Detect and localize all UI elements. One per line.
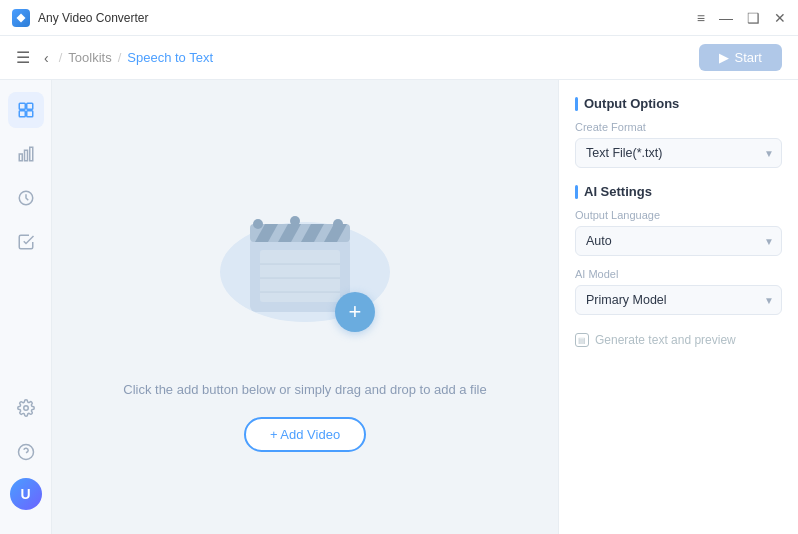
add-circle-button[interactable]: +: [335, 292, 375, 332]
sidebar-item-help[interactable]: [8, 434, 44, 470]
create-format-field: Create Format Text File(*.txt) SRT File(…: [575, 121, 782, 168]
ai-model-wrapper: Primary Model Secondary Model ▼: [575, 285, 782, 315]
svg-rect-2: [26, 103, 32, 109]
svg-rect-3: [19, 111, 25, 117]
svg-rect-4: [26, 111, 32, 117]
breadcrumb-toolkits[interactable]: Toolkits: [68, 50, 111, 65]
back-button[interactable]: ‹: [44, 50, 49, 66]
app-icon: [12, 9, 30, 27]
create-format-wrapper: Text File(*.txt) SRT File(*.srt) VTT Fil…: [575, 138, 782, 168]
svg-rect-18: [260, 250, 340, 302]
output-language-wrapper: Auto English Chinese Japanese French Spa…: [575, 226, 782, 256]
drop-zone[interactable]: + Click the add button below or simply d…: [123, 162, 487, 452]
sidebar-item-settings[interactable]: [8, 390, 44, 426]
ai-settings-header: AI Settings: [575, 184, 782, 199]
minimize-icon[interactable]: —: [719, 11, 733, 25]
plus-icon: +: [349, 299, 362, 325]
title-bar-controls[interactable]: ≡ — ❑ ✕: [697, 11, 786, 25]
clapboard-container: +: [205, 162, 405, 362]
title-bar-left: Any Video Converter: [12, 9, 149, 27]
sidebar-bottom: U: [8, 390, 44, 522]
svg-rect-6: [24, 150, 27, 161]
breadcrumb-sep-1: /: [59, 50, 63, 65]
svg-point-23: [290, 216, 300, 226]
section-accent-output: [575, 97, 578, 111]
breadcrumb: / Toolkits / Speech to Text: [59, 50, 213, 65]
sidebar-item-history[interactable]: [8, 180, 44, 216]
hamburger-menu[interactable]: ☰: [16, 48, 30, 67]
avatar[interactable]: U: [10, 478, 42, 510]
close-icon[interactable]: ✕: [774, 11, 786, 25]
generate-button[interactable]: ▤ Generate text and preview: [575, 327, 736, 353]
breadcrumb-sep-2: /: [118, 50, 122, 65]
content-area: + Click the add button below or simply d…: [52, 80, 558, 534]
ai-model-field: AI Model Primary Model Secondary Model ▼: [575, 268, 782, 315]
sidebar-item-home[interactable]: [8, 92, 44, 128]
menu-icon[interactable]: ≡: [697, 11, 705, 25]
sidebar-item-chart[interactable]: [8, 136, 44, 172]
app-title: Any Video Converter: [38, 11, 149, 25]
ai-settings-section: AI Settings Output Language Auto English…: [575, 184, 782, 353]
start-button[interactable]: ▶ Start: [699, 44, 782, 71]
output-options-section: Output Options Create Format Text File(*…: [575, 96, 782, 168]
output-language-field: Output Language Auto English Chinese Jap…: [575, 209, 782, 256]
start-label: Start: [735, 50, 762, 65]
section-accent-ai: [575, 185, 578, 199]
svg-rect-1: [19, 103, 25, 109]
main-layout: U: [0, 80, 798, 534]
toolbar: ☰ ‹ / Toolkits / Speech to Text ▶ Start: [0, 36, 798, 80]
add-video-button[interactable]: + Add Video: [244, 417, 366, 452]
svg-marker-0: [17, 13, 26, 22]
sidebar: U: [0, 80, 52, 534]
sidebar-item-tasks[interactable]: [8, 224, 44, 260]
svg-point-9: [23, 406, 28, 411]
title-bar: Any Video Converter ≡ — ❑ ✕: [0, 0, 798, 36]
svg-point-22: [253, 219, 263, 229]
svg-rect-5: [19, 154, 22, 161]
output-language-select[interactable]: Auto English Chinese Japanese French Spa…: [575, 226, 782, 256]
start-icon: ▶: [719, 50, 729, 65]
right-panel: Output Options Create Format Text File(*…: [558, 80, 798, 534]
ai-model-select[interactable]: Primary Model Secondary Model: [575, 285, 782, 315]
breadcrumb-current: Speech to Text: [127, 50, 213, 65]
avatar-initial: U: [20, 486, 30, 502]
generate-label: Generate text and preview: [595, 333, 736, 347]
output-options-title: Output Options: [584, 96, 679, 111]
output-options-header: Output Options: [575, 96, 782, 111]
svg-rect-7: [29, 147, 32, 161]
svg-point-24: [333, 219, 343, 229]
create-format-label: Create Format: [575, 121, 782, 133]
drop-hint: Click the add button below or simply dra…: [123, 382, 487, 397]
ai-model-label: AI Model: [575, 268, 782, 280]
create-format-select[interactable]: Text File(*.txt) SRT File(*.srt) VTT Fil…: [575, 138, 782, 168]
output-language-label: Output Language: [575, 209, 782, 221]
generate-icon: ▤: [575, 333, 589, 347]
ai-settings-title: AI Settings: [584, 184, 652, 199]
maximize-icon[interactable]: ❑: [747, 11, 760, 25]
